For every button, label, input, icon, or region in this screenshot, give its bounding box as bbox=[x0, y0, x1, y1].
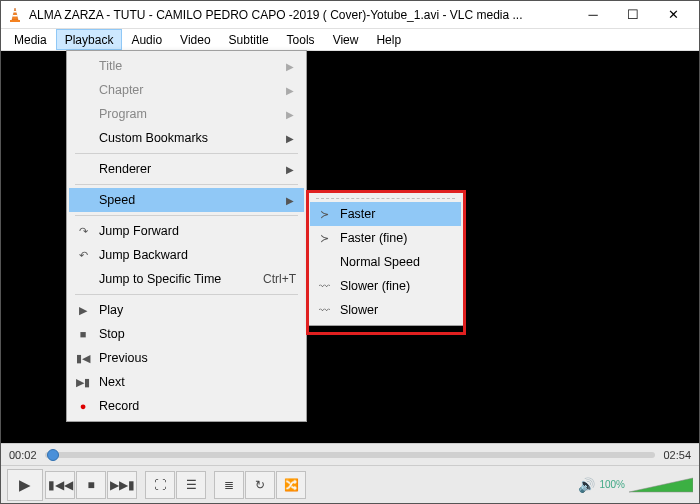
fullscreen-button[interactable]: ⛶ bbox=[145, 471, 175, 499]
menu-media[interactable]: Media bbox=[5, 29, 56, 50]
menu-view[interactable]: View bbox=[324, 29, 368, 50]
extended-settings-button[interactable]: ☰ bbox=[176, 471, 206, 499]
menu-audio[interactable]: Audio bbox=[122, 29, 171, 50]
record-icon: ● bbox=[75, 400, 91, 412]
next-track-button[interactable]: ▶▶▮ bbox=[107, 471, 137, 499]
menu-playback[interactable]: Playback bbox=[56, 29, 123, 50]
seek-handle[interactable] bbox=[47, 449, 59, 461]
maximize-button[interactable]: ☐ bbox=[613, 1, 653, 29]
menu-item-speed[interactable]: Speed▶ bbox=[69, 188, 304, 212]
menu-item-record[interactable]: ●Record bbox=[69, 394, 304, 418]
faster-fine-icon: ≻ bbox=[316, 232, 332, 245]
volume-slider[interactable] bbox=[629, 476, 693, 494]
stop-icon: ■ bbox=[75, 328, 91, 340]
close-button[interactable]: ✕ bbox=[653, 1, 693, 29]
svg-marker-0 bbox=[12, 8, 18, 20]
submenu-item-faster[interactable]: ≻Faster bbox=[310, 202, 461, 226]
submenu-item-normal[interactable]: Normal Speed bbox=[310, 250, 461, 274]
submenu-item-slower[interactable]: 〰Slower bbox=[310, 298, 461, 322]
jump-forward-icon: ↷ bbox=[75, 225, 91, 238]
menu-item-play[interactable]: ▶Play bbox=[69, 298, 304, 322]
time-elapsed: 00:02 bbox=[9, 449, 37, 461]
menu-item-jump-backward[interactable]: ↶Jump Backward bbox=[69, 243, 304, 267]
menu-subtitle[interactable]: Subtitle bbox=[220, 29, 278, 50]
faster-icon: ≻ bbox=[316, 208, 332, 221]
menu-separator bbox=[75, 215, 298, 216]
play-icon: ▶ bbox=[75, 304, 91, 317]
minimize-button[interactable]: ─ bbox=[573, 1, 613, 29]
menu-help[interactable]: Help bbox=[367, 29, 410, 50]
previous-track-button[interactable]: ▮◀◀ bbox=[45, 471, 75, 499]
play-button[interactable]: ▶ bbox=[7, 469, 43, 501]
window-controls: ─ ☐ ✕ bbox=[573, 1, 693, 29]
svg-rect-2 bbox=[12, 15, 17, 17]
menu-tools[interactable]: Tools bbox=[278, 29, 324, 50]
menu-item-renderer[interactable]: Renderer▶ bbox=[69, 157, 304, 181]
time-total: 02:54 bbox=[663, 449, 691, 461]
svg-rect-3 bbox=[10, 20, 20, 22]
random-button[interactable]: 🔀 bbox=[276, 471, 306, 499]
speed-submenu: ≻Faster ≻Faster (fine) Normal Speed 〰Slo… bbox=[307, 191, 464, 326]
svg-rect-1 bbox=[13, 11, 17, 13]
svg-marker-4 bbox=[629, 478, 693, 492]
volume-percent: 100% bbox=[599, 479, 625, 490]
control-bar: ▶ ▮◀◀ ■ ▶▶▮ ⛶ ☰ ≣ ↻ 🔀 🔊 100% bbox=[1, 465, 699, 503]
titlebar: ALMA ZARZA - TUTU - CAMILO PEDRO CAPO -2… bbox=[1, 1, 699, 29]
menu-item-custom-bookmarks[interactable]: Custom Bookmarks▶ bbox=[69, 126, 304, 150]
time-bar: 00:02 02:54 bbox=[1, 443, 699, 465]
playback-menu: Title▶ Chapter▶ Program▶ Custom Bookmark… bbox=[66, 50, 307, 422]
stop-button[interactable]: ■ bbox=[76, 471, 106, 499]
menu-item-title[interactable]: Title▶ bbox=[69, 54, 304, 78]
submenu-item-faster-fine[interactable]: ≻Faster (fine) bbox=[310, 226, 461, 250]
next-icon: ▶▮ bbox=[75, 376, 91, 389]
menu-video[interactable]: Video bbox=[171, 29, 219, 50]
playlist-button[interactable]: ≣ bbox=[214, 471, 244, 499]
menu-item-program[interactable]: Program▶ bbox=[69, 102, 304, 126]
submenu-item-slower-fine[interactable]: 〰Slower (fine) bbox=[310, 274, 461, 298]
menu-item-previous[interactable]: ▮◀Previous bbox=[69, 346, 304, 370]
slower-fine-icon: 〰 bbox=[316, 280, 332, 292]
menubar: Media Playback Audio Video Subtitle Tool… bbox=[1, 29, 699, 51]
menu-item-next[interactable]: ▶▮Next bbox=[69, 370, 304, 394]
menu-item-chapter[interactable]: Chapter▶ bbox=[69, 78, 304, 102]
slower-icon: 〰 bbox=[316, 304, 332, 316]
menu-item-stop[interactable]: ■Stop bbox=[69, 322, 304, 346]
menu-item-jump-forward[interactable]: ↷Jump Forward bbox=[69, 219, 304, 243]
seek-slider[interactable] bbox=[45, 452, 656, 458]
volume-control: 🔊 100% bbox=[578, 476, 693, 494]
speaker-icon[interactable]: 🔊 bbox=[578, 477, 595, 493]
menu-item-jump-specific[interactable]: Jump to Specific TimeCtrl+T bbox=[69, 267, 304, 291]
previous-icon: ▮◀ bbox=[75, 352, 91, 365]
jump-backward-icon: ↶ bbox=[75, 249, 91, 262]
vlc-cone-icon bbox=[7, 7, 23, 23]
menu-separator bbox=[75, 153, 298, 154]
menu-separator bbox=[316, 198, 455, 199]
window-title: ALMA ZARZA - TUTU - CAMILO PEDRO CAPO -2… bbox=[29, 8, 573, 22]
menu-separator bbox=[75, 294, 298, 295]
menu-separator bbox=[75, 184, 298, 185]
loop-button[interactable]: ↻ bbox=[245, 471, 275, 499]
